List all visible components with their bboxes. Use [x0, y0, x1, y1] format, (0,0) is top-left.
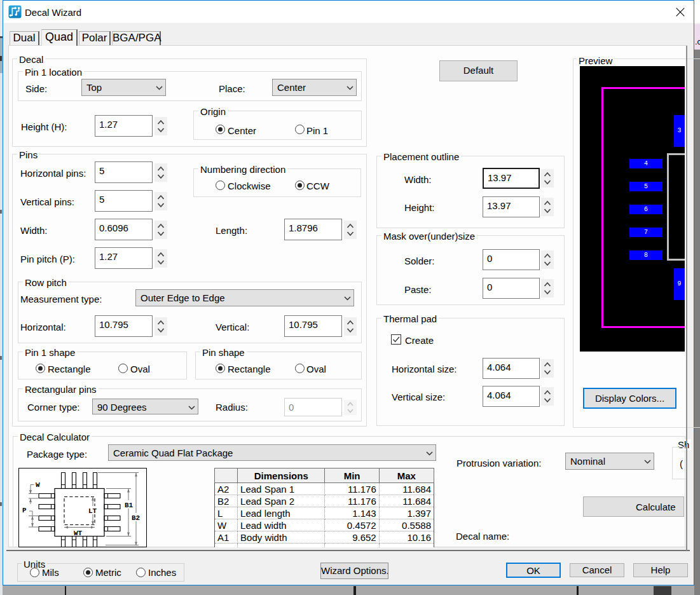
svg-text:B2: B2 [132, 514, 140, 522]
svg-text:B1: B1 [125, 502, 134, 509]
svg-text:P: P [22, 507, 27, 514]
svg-text:LT: LT [88, 507, 97, 515]
svg-text:W: W [36, 481, 40, 489]
svg-text:WT: WT [74, 530, 83, 537]
